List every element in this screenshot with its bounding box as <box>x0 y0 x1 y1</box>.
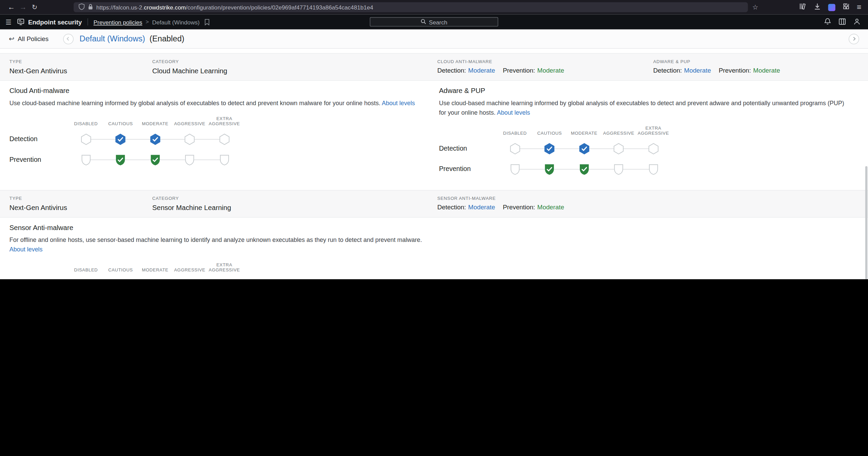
product-title: Endpoint security <box>28 19 82 25</box>
summary-values: Detection: Moderate Prevention: Moderate <box>437 204 653 211</box>
prevention-checkbox-disabled[interactable] <box>68 152 103 167</box>
detection-checkbox-disabled[interactable] <box>68 278 103 279</box>
prevention-checkbox-aggressive[interactable] <box>601 161 636 177</box>
prevention-level-link[interactable]: Moderate <box>537 67 564 74</box>
breadcrumb-prevention-policies[interactable]: Prevention policies <box>94 19 142 25</box>
global-search-input[interactable]: Search <box>370 17 498 27</box>
policy-row-header-sensor-ml[interactable]: TYPE Next-Gen Antivirus CATEGORY Sensor … <box>0 190 868 218</box>
about-levels-link[interactable]: About levels <box>497 109 530 116</box>
url-bar[interactable]: https://falcon.us-2.crowdstrike.com/conf… <box>74 2 748 12</box>
browser-toolbar-icons: ≡ <box>799 0 862 14</box>
prevention-checkbox-extra-aggressive[interactable] <box>636 161 671 177</box>
library-icon[interactable] <box>799 2 806 12</box>
level-column-labels: DISABLEDCAUTIOUSMODERATEAGGRESSIVEEXTRAA… <box>498 124 859 136</box>
level-column-label: DISABLED <box>498 124 532 136</box>
next-policy-button[interactable] <box>849 34 859 44</box>
detection-checkbox-extra-aggressive[interactable] <box>207 131 242 147</box>
adware-pup-panel: Adware & PUP Use cloud-based machine lea… <box>439 88 859 177</box>
url-text[interactable]: https://falcon.us-2.crowdstrike.com/conf… <box>96 4 373 11</box>
browser-menu-icon[interactable]: ≡ <box>857 0 861 14</box>
prevention-prefix: Prevention: <box>503 67 535 74</box>
level-column-label: AGGRESSIVE <box>601 124 636 136</box>
prevention-checkbox-disabled[interactable] <box>498 161 532 177</box>
detection-checkbox-disabled[interactable] <box>498 141 532 156</box>
level-column-label: EXTRAAGGRESSIVE <box>207 115 242 126</box>
level-column-label: CAUTIOUS <box>532 124 567 136</box>
downloads-icon[interactable] <box>814 2 821 12</box>
description-text: For offline and online hosts, use sensor… <box>9 236 422 243</box>
level-column-labels: DISABLEDCAUTIOUSMODERATEAGGRESSIVEEXTRAA… <box>68 115 439 126</box>
detection-level-link[interactable]: Moderate <box>468 204 495 211</box>
save-bookmark-icon[interactable] <box>204 19 210 25</box>
level-column-label: EXTRAAGGRESSIVE <box>636 124 671 136</box>
detection-checkbox-moderate[interactable] <box>567 141 601 156</box>
detection-checkbox-extra-aggressive[interactable] <box>636 141 671 156</box>
detection-level-link[interactable]: Moderate <box>684 67 711 74</box>
detection-checkbox-aggressive[interactable] <box>601 141 636 156</box>
level-column-label: CAUTIOUS <box>103 115 138 126</box>
prevention-checkbox-moderate[interactable] <box>138 152 173 167</box>
summary-column: SENSOR ANTI-MALWARE Detection: Moderate … <box>437 196 653 217</box>
category-column: CATEGORY Sensor Machine Learning <box>152 196 437 217</box>
about-levels-link[interactable]: About levels <box>382 100 415 107</box>
user-icon[interactable] <box>854 17 861 27</box>
profile-avatar-icon[interactable] <box>828 4 835 11</box>
detection-checkbox-moderate[interactable] <box>138 131 173 147</box>
all-policies-link[interactable]: ↩ All Policies <box>9 35 48 43</box>
detection-slider-row: Detection <box>9 131 439 147</box>
return-arrow-icon: ↩ <box>9 35 14 43</box>
level-column-labels: DISABLEDCAUTIOUSMODERATEAGGRESSIVEEXTRAA… <box>68 261 439 272</box>
setting-title: Adware & PUP <box>439 88 859 95</box>
type-column: TYPE Next-Gen Antivirus <box>9 59 152 80</box>
detection-checkbox-disabled[interactable] <box>68 131 103 147</box>
bookmark-star-icon[interactable]: ☆ <box>752 3 758 11</box>
page-scrollbar[interactable] <box>865 166 868 279</box>
detection-checkbox-cautious[interactable] <box>103 278 138 279</box>
browser-reload-icon[interactable]: ↻ <box>29 0 40 14</box>
detection-checkbox-moderate[interactable] <box>138 278 173 279</box>
detection-checkbox-aggressive[interactable] <box>173 278 207 279</box>
browser-back-icon[interactable]: ← <box>5 0 17 14</box>
detection-prefix: Detection: <box>653 67 682 74</box>
policy-row-header-cloud-ml[interactable]: TYPE Next-Gen Antivirus CATEGORY Cloud M… <box>0 53 868 81</box>
detection-slider-row: Detection <box>9 278 439 279</box>
level-column-label: MODERATE <box>138 261 173 272</box>
prevention-checkbox-extra-aggressive[interactable] <box>207 152 242 167</box>
browser-forward-icon[interactable]: → <box>17 0 29 14</box>
panels-icon[interactable] <box>839 17 846 27</box>
policy-settings-list: TYPE Next-Gen Antivirus CATEGORY Cloud M… <box>0 53 868 279</box>
padlock-icon[interactable] <box>88 2 93 12</box>
summary-label: SENSOR ANTI-MALWARE <box>437 196 653 201</box>
detection-prefix: Detection: <box>437 67 466 74</box>
level-column-label: AGGRESSIVE <box>173 261 207 272</box>
type-label: TYPE <box>9 196 152 201</box>
tracking-shield-icon[interactable] <box>79 2 85 12</box>
detection-checkbox-extra-aggressive[interactable] <box>207 278 242 279</box>
prevention-row-label: Prevention <box>9 156 69 164</box>
about-levels-link[interactable]: About levels <box>9 246 43 253</box>
notifications-bell-icon[interactable] <box>824 17 831 27</box>
nav-menu-icon[interactable]: ☰ <box>5 18 12 26</box>
detection-level-slider <box>498 141 671 156</box>
prevention-level-link[interactable]: Moderate <box>537 204 564 211</box>
detection-checkbox-aggressive[interactable] <box>173 131 207 147</box>
prevention-checkbox-moderate[interactable] <box>567 161 601 177</box>
level-column-label: EXTRAAGGRESSIVE <box>207 261 242 272</box>
detection-checkbox-cautious[interactable] <box>532 141 567 156</box>
endpoint-security-module-icon[interactable] <box>17 18 24 25</box>
type-value: Next-Gen Antivirus <box>9 204 152 212</box>
detection-level-link[interactable]: Moderate <box>468 67 495 74</box>
policy-name-link[interactable]: Default (Windows) <box>80 34 145 43</box>
prevention-checkbox-cautious[interactable] <box>532 161 567 177</box>
prevention-level-link[interactable]: Moderate <box>753 67 780 74</box>
extensions-puzzle-icon[interactable] <box>843 2 850 12</box>
summary-label: CLOUD ANTI-MALWARE <box>437 59 653 64</box>
detection-checkbox-cautious[interactable] <box>103 131 138 147</box>
prevention-prefix: Prevention: <box>719 67 751 74</box>
prevention-checkbox-aggressive[interactable] <box>173 152 207 167</box>
level-column-label: CAUTIOUS <box>103 261 138 272</box>
prevention-checkbox-cautious[interactable] <box>103 152 138 167</box>
previous-policy-button[interactable] <box>63 34 74 44</box>
prevention-level-slider <box>498 161 671 177</box>
category-value: Cloud Machine Learning <box>152 67 437 75</box>
